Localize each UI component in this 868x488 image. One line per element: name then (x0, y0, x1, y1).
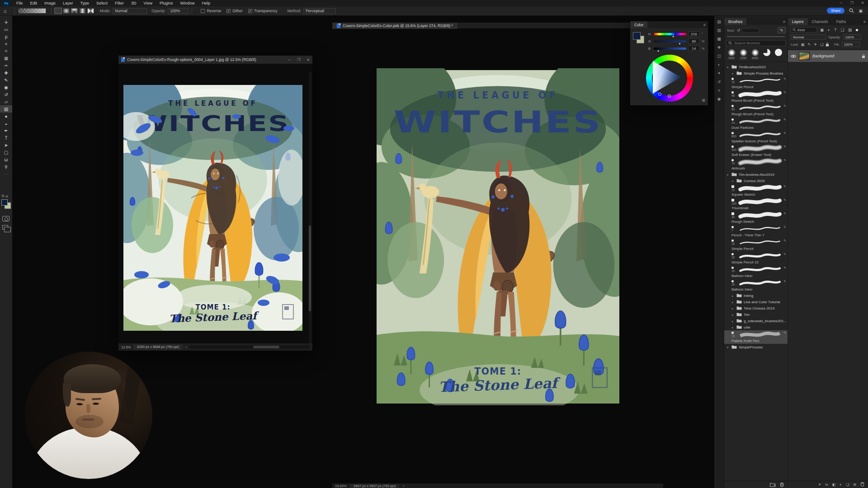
chevron-down-icon[interactable]: ▾ (727, 66, 730, 69)
clone-stamp-tool[interactable]: ◉ (0, 84, 12, 91)
color-picker-marker[interactable] (658, 93, 661, 96)
foreground-color-swatch[interactable] (633, 32, 641, 40)
edit-brush-icon[interactable]: ✎ (783, 280, 786, 283)
menu-help[interactable]: Help (198, 0, 214, 6)
maximize-window-icon[interactable]: ❐ (297, 58, 300, 62)
chevron-down-icon[interactable]: ▾ (732, 72, 735, 75)
comments-icon[interactable]: ◉ (717, 97, 721, 101)
edit-brush-icon[interactable]: ✎ (783, 131, 786, 135)
radial-gradient-icon[interactable] (63, 8, 70, 14)
brush-item[interactable]: 15✎Pallete Knife Pen (724, 330, 788, 344)
screen-mode-icon[interactable] (2, 225, 8, 230)
brush-item[interactable]: 300✎Soft Eraser (Eraser Tool) (724, 144, 788, 158)
brush-item[interactable]: 83✎Rough Brush (Pencil Tool) (724, 103, 788, 117)
new-group-icon[interactable] (770, 483, 776, 487)
edit-brush-icon[interactable]: ✎ (783, 225, 786, 229)
s-slider[interactable]: ▲ (654, 40, 686, 42)
blur-tool[interactable]: ● (0, 113, 12, 120)
brush-folder[interactable]: ▾Tim-brushes-Nov2019 (724, 171, 788, 178)
layer-mask-icon[interactable]: ◧ (832, 483, 836, 487)
document-titlebar[interactable]: Covers-SimpleColorEx-Rough-options_0004_… (118, 56, 312, 64)
chevron-right-icon[interactable]: ▸ (732, 307, 735, 310)
brush-item[interactable]: 800✎Splatter texture (Pencil Tool) (724, 131, 788, 144)
zoom-level[interactable]: 15.63% (335, 484, 346, 488)
chevron-right-icon[interactable]: ▸ (732, 294, 735, 297)
document-tab-color[interactable]: Covers-SimpleColorEx-Color.psb @ 15.6% (… (332, 23, 458, 29)
status-arrow-icon[interactable]: › (403, 484, 404, 488)
menu-edit[interactable]: Edit (27, 0, 41, 6)
edit-brush-icon[interactable]: ✎ (783, 104, 786, 108)
brush-size-slider[interactable] (727, 36, 785, 37)
chevron-right-icon[interactable]: ▸ (732, 326, 735, 329)
filter-pixel-layers-icon[interactable]: ▣ (820, 28, 824, 32)
finished-cover-canvas[interactable] (377, 68, 619, 405)
frame-tool[interactable]: ⊠ (0, 55, 12, 62)
brush-item[interactable]: 30✎Rough Sketch (724, 211, 788, 225)
brush-folder[interactable]: ▸g_rutkowski_brushes201... (724, 318, 788, 324)
lock-all-icon[interactable] (826, 42, 829, 47)
close-window-icon[interactable]: ✕ (857, 0, 868, 6)
brush-item[interactable]: 10✎Simple Pencil (724, 238, 788, 252)
history-brush-tool[interactable]: ↺ (0, 91, 12, 98)
swatches-icon[interactable]: ▤ (717, 19, 721, 24)
dither-checkbox[interactable]: ✓Dither (226, 9, 243, 13)
healing-brush-tool[interactable]: ✚ (0, 69, 12, 76)
link-layers-icon[interactable]: ⚭ (818, 483, 821, 487)
reset-brush-icon[interactable]: ↺ (737, 28, 741, 33)
path-selection-tool[interactable]: ➤ (0, 141, 12, 149)
filter-shape-layers-icon[interactable]: ❏ (840, 28, 844, 32)
rough-cover-canvas[interactable] (123, 85, 302, 331)
chevron-right-icon[interactable]: ▸ (732, 319, 735, 323)
edit-toolbar-icon[interactable]: ··· (0, 172, 12, 176)
delete-layer-icon[interactable] (860, 482, 864, 488)
brush-item[interactable]: 10✎Square Sketch (724, 184, 788, 197)
filter-adjustment-layers-icon[interactable]: ◐ (828, 28, 830, 32)
search-icon[interactable] (849, 8, 854, 13)
layer-row-background[interactable]: Background (788, 50, 868, 62)
slider-marker[interactable]: ▲ (657, 49, 660, 52)
edit-brush-icon[interactable]: ✎ (783, 331, 786, 335)
brush-folder[interactable]: ▾Comics 2020 (724, 178, 788, 184)
layer-effects-icon[interactable]: fx (825, 483, 828, 487)
minimize-window-icon[interactable]: ─ (835, 0, 846, 6)
layer-name[interactable]: Background (812, 54, 859, 58)
edit-brush-icon[interactable]: ✎ (783, 91, 786, 94)
gradient-tool[interactable]: ▧ (0, 105, 12, 113)
edit-brush-icon[interactable]: ✎ (783, 77, 786, 81)
tab-layers[interactable]: Layers (788, 18, 808, 25)
brush-folder[interactable]: ▸Inking (724, 292, 788, 299)
close-window-icon[interactable]: ✕ (307, 58, 310, 62)
rectangle-tool[interactable]: ▢ (0, 149, 12, 156)
edit-brush-icon[interactable]: ✎ (783, 253, 786, 256)
diamond-gradient-icon[interactable] (87, 8, 94, 14)
brush-item[interactable]: 15✎Simple Pencil 15 (724, 252, 788, 265)
layer-lock-icon[interactable] (862, 54, 865, 58)
recent-brush[interactable]: 4000 (750, 49, 760, 60)
angle-gradient-icon[interactable] (71, 8, 78, 14)
marquee-tool[interactable]: ▭ (0, 26, 12, 33)
menu-file[interactable]: File (13, 0, 27, 6)
b-value-input[interactable]: 14 (688, 46, 700, 51)
lock-transparency-icon[interactable]: ▦ (801, 42, 805, 47)
menu-view[interactable]: View (140, 0, 156, 6)
blend-mode-dropdown[interactable]: Normal (791, 34, 826, 40)
layer-fill-dropdown[interactable]: 100% (842, 42, 860, 47)
tab-color[interactable]: Color (630, 21, 647, 28)
brush-search-field[interactable]: Search Brushes (726, 40, 786, 46)
opacity-dropdown[interactable]: 100% (168, 8, 189, 14)
brush-size-input[interactable] (742, 28, 759, 33)
brush-folder[interactable]: ▸Tims Choices 2019 (724, 305, 788, 311)
layer-thumbnail[interactable] (799, 52, 810, 60)
menu-select[interactable]: Select (93, 0, 111, 6)
libraries-icon[interactable]: ◫ (717, 54, 721, 58)
adjustment-layer-icon[interactable]: ◐ (840, 483, 842, 487)
maximize-window-icon[interactable]: ❐ (846, 0, 857, 6)
tab-paths[interactable]: Paths (832, 18, 850, 25)
menu-window[interactable]: Window (177, 0, 198, 6)
eraser-tool[interactable]: ▱ (0, 98, 12, 105)
panel-menu-icon[interactable]: ≡ (783, 19, 785, 24)
shapes-icon[interactable]: ❖ (717, 45, 721, 50)
add-swatch-icon[interactable]: ⊞ (702, 98, 705, 103)
menu-image[interactable]: Image (41, 0, 59, 6)
menu-layer[interactable]: Layer (59, 0, 77, 6)
